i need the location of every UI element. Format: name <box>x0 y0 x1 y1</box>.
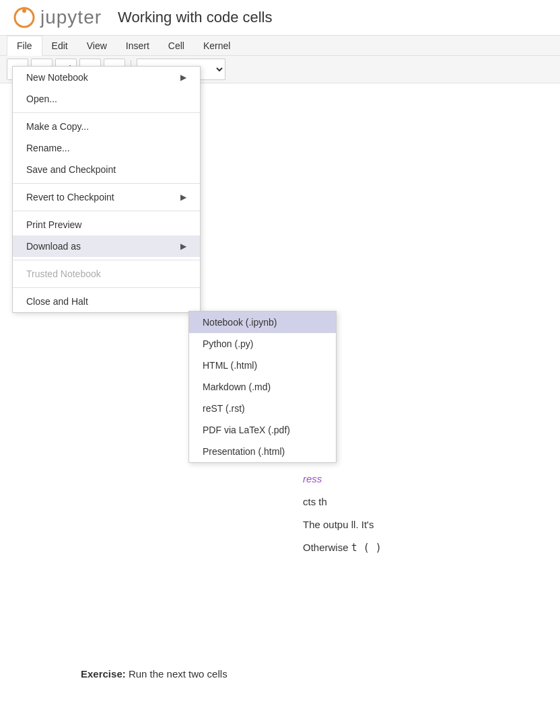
menu-close-halt[interactable]: Close and Halt <box>13 291 200 312</box>
menu-download-as[interactable]: Download as ▶ <box>13 235 200 257</box>
dl-html-item[interactable]: HTML (.html) <box>189 355 336 376</box>
menu-revert-checkpoint[interactable]: Revert to Checkpoint ▶ <box>13 186 200 208</box>
divider-3 <box>13 211 200 211</box>
revert-checkpoint-arrow: ▶ <box>180 192 186 202</box>
menu-item-cell[interactable]: Cell <box>159 36 194 55</box>
notebook-text-otherwise: Otherwise t ( ) <box>303 540 547 556</box>
menubar: File Edit View Insert Cell Kernel <box>0 36 560 56</box>
exercise-text: Exercise: Run the next two cells <box>81 666 228 682</box>
menu-item-kernel[interactable]: Kernel <box>194 36 240 55</box>
divider-4 <box>13 260 200 260</box>
notebook-text-output: The outpu ll. It's <box>303 517 547 533</box>
dl-rst-item[interactable]: reST (.rst) <box>189 398 336 419</box>
menu-trusted-notebook: Trusted Notebook <box>13 263 200 285</box>
menu-open[interactable]: Open... <box>13 88 200 110</box>
dl-pdf-item[interactable]: PDF via LaTeX (.pdf) <box>189 419 336 441</box>
jupyter-wordmark: jupyter <box>40 7 102 28</box>
menu-rename[interactable]: Rename... <box>13 137 200 159</box>
svg-point-1 <box>22 9 26 13</box>
menu-new-notebook[interactable]: New Notebook ▶ <box>13 67 200 88</box>
menu-item-edit[interactable]: Edit <box>42 36 77 55</box>
menu-make-copy[interactable]: Make a Copy... <box>13 116 200 137</box>
notebook-text-cts: cts th <box>303 494 547 510</box>
exercise-area: Exercise: Run the next two cells <box>54 659 254 696</box>
download-as-arrow: ▶ <box>180 242 186 251</box>
notebook-lower-area: ress cts th The outpu ll. It's Otherwise… <box>289 458 560 576</box>
divider-2 <box>13 183 200 184</box>
new-notebook-arrow: ▶ <box>180 73 186 82</box>
dl-ipynb-item[interactable]: Notebook (.ipynb) <box>189 312 336 333</box>
dl-presentation-item[interactable]: Presentation (.html) <box>189 441 336 462</box>
dl-md-item[interactable]: Markdown (.md) <box>189 376 336 398</box>
divider-5 <box>13 287 200 288</box>
jupyter-icon <box>13 7 35 28</box>
jupyter-logo: jupyter <box>13 7 102 28</box>
notebook-text-press: ress <box>303 471 547 487</box>
header: jupyter Working with code cells <box>0 0 560 36</box>
divider-1 <box>13 112 200 113</box>
menu-save-checkpoint[interactable]: Save and Checkpoint <box>13 159 200 180</box>
notebook-title: Working with code cells <box>118 9 272 26</box>
menu-item-insert[interactable]: Insert <box>116 36 159 55</box>
file-dropdown: New Notebook ▶ Open... Make a Copy... Re… <box>12 66 201 313</box>
download-submenu: Notebook (.ipynb) Python (.py) HTML (.ht… <box>188 311 337 463</box>
menu-item-view[interactable]: View <box>77 36 116 55</box>
menu-print-preview[interactable]: Print Preview <box>13 214 200 235</box>
dl-py-item[interactable]: Python (.py) <box>189 333 336 355</box>
menu-item-file[interactable]: File <box>7 36 42 56</box>
